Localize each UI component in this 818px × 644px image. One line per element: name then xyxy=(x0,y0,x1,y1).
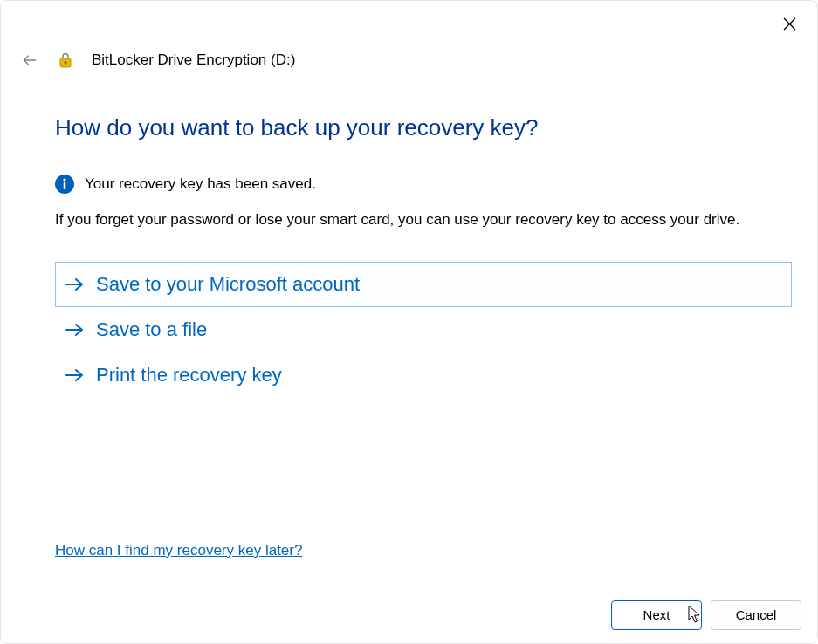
footer: Next Cancel xyxy=(1,586,817,643)
cancel-button[interactable]: Cancel xyxy=(711,600,801,630)
help-link-find-recovery-key[interactable]: How can I find my recovery key later? xyxy=(55,542,302,559)
info-saved-text: Your recovery key has been saved. xyxy=(85,175,316,193)
options-list: Save to your Microsoft account Save to a… xyxy=(55,262,792,398)
arrow-right-icon xyxy=(65,277,84,292)
info-icon xyxy=(55,175,74,194)
arrow-right-icon xyxy=(65,322,84,338)
close-icon xyxy=(783,17,796,31)
svg-point-3 xyxy=(63,178,65,181)
bitlocker-icon xyxy=(55,50,76,71)
back-button[interactable] xyxy=(20,51,39,70)
option-label: Save to a file xyxy=(96,319,207,341)
header: BitLocker Drive Encryption (D:) xyxy=(20,50,295,71)
svg-rect-2 xyxy=(65,63,65,65)
svg-rect-4 xyxy=(64,182,66,189)
arrow-right-icon xyxy=(65,367,84,383)
option-print-recovery-key[interactable]: Print the recovery key xyxy=(55,353,792,398)
option-save-microsoft-account[interactable]: Save to your Microsoft account xyxy=(55,262,792,307)
info-saved-row: Your recovery key has been saved. xyxy=(55,175,791,194)
info-description: If you forget your password or lose your… xyxy=(55,211,791,229)
window-title: BitLocker Drive Encryption (D:) xyxy=(92,51,295,69)
option-save-to-file[interactable]: Save to a file xyxy=(55,307,792,353)
next-button[interactable]: Next xyxy=(611,600,702,630)
content-area: How do you want to back up your recovery… xyxy=(55,114,791,407)
option-label: Print the recovery key xyxy=(96,364,282,387)
close-button[interactable] xyxy=(777,11,801,36)
back-arrow-icon xyxy=(21,51,38,69)
option-label: Save to your Microsoft account xyxy=(96,273,360,296)
page-heading: How do you want to back up your recovery… xyxy=(55,114,791,141)
